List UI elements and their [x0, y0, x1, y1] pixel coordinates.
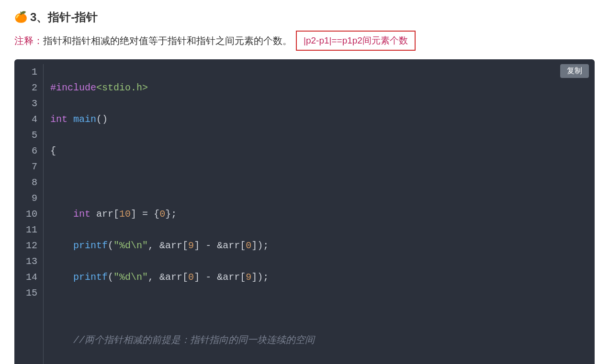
annotation-label: 注释： — [14, 34, 43, 47]
line-number: 6 — [14, 143, 37, 159]
line-number: 1 — [14, 64, 37, 80]
line-number: 10 — [14, 206, 37, 222]
code-block: 复制 123456789101112131415 #include<stdio.… — [14, 59, 595, 364]
section-heading: 🍊 3、指针-指针 — [14, 10, 595, 25]
line-number: 13 — [14, 254, 37, 269]
annotation-text: 指针和指针相减的绝对值等于指针和指针之间元素的个数。 — [43, 34, 292, 47]
line-number: 12 — [14, 238, 37, 254]
line-number: 2 — [14, 80, 37, 96]
line-number: 15 — [14, 285, 37, 301]
heading-text: 3、指针-指针 — [30, 10, 98, 25]
formula-box: |p2-p1|==p1p2间元素个数 — [296, 31, 416, 51]
line-number: 4 — [14, 111, 37, 127]
line-number: 7 — [14, 159, 37, 175]
copy-button[interactable]: 复制 — [560, 64, 589, 78]
line-number: 11 — [14, 222, 37, 238]
line-number: 9 — [14, 190, 37, 206]
line-number: 3 — [14, 96, 37, 111]
line-number: 14 — [14, 269, 37, 285]
code-content: #include<stdio.h> int main() { int arr[1… — [44, 64, 595, 364]
line-number: 5 — [14, 127, 37, 143]
annotation-line: 注释： 指针和指针相减的绝对值等于指针和指针之间元素的个数。 |p2-p1|==… — [14, 31, 595, 51]
line-number-gutter: 123456789101112131415 — [14, 64, 43, 364]
tangerine-icon: 🍊 — [14, 11, 27, 23]
line-number: 8 — [14, 175, 37, 190]
